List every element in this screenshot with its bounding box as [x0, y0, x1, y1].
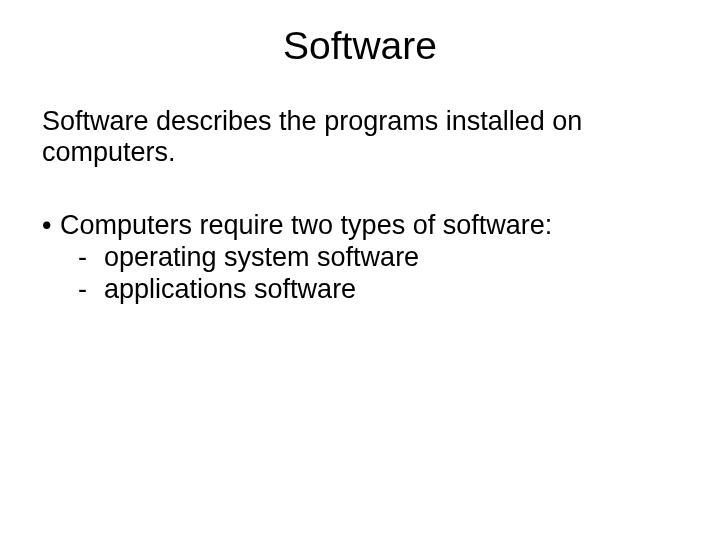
- bullet-icon: [42, 210, 60, 242]
- sub-list: operating system software applications s…: [78, 242, 678, 306]
- bullet-item: Computers require two types of software:: [42, 210, 678, 242]
- intro-text: Software describes the programs installe…: [42, 106, 678, 168]
- slide-title: Software: [42, 24, 678, 68]
- dash-icon: [78, 274, 104, 306]
- dash-icon: [78, 242, 104, 274]
- slide: Software Software describes the programs…: [0, 0, 720, 540]
- sub-text-1: operating system software: [104, 242, 419, 274]
- sub-text-2: applications software: [104, 274, 356, 306]
- bullet-text: Computers require two types of software:: [60, 210, 552, 242]
- sub-item-2: applications software: [78, 274, 678, 306]
- sub-item-1: operating system software: [78, 242, 678, 274]
